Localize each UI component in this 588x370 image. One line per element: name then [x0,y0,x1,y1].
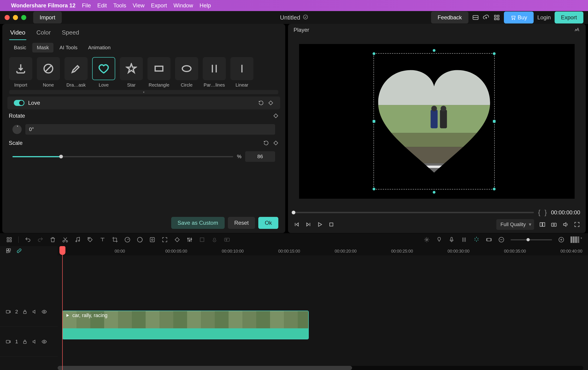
effects-icon[interactable] [199,236,205,243]
playhead[interactable] [62,246,63,370]
preview-canvas[interactable] [288,36,586,207]
handle-bc[interactable] [433,191,435,194]
speed-icon[interactable] [124,236,131,243]
link-icon[interactable] [16,248,22,254]
delete-icon[interactable] [50,236,56,243]
zoom-window[interactable] [21,15,26,20]
subtab-animation[interactable]: Animation [84,43,115,52]
scale-input[interactable] [245,151,275,162]
keyframe-icon[interactable] [268,100,274,106]
handle-br[interactable] [493,188,496,190]
ai-cut-icon[interactable] [473,236,480,242]
lock-icon[interactable] [22,339,28,344]
mask-draw[interactable]: Dra…ask [64,57,88,88]
mask-circle[interactable]: Circle [175,57,198,88]
handle-ml[interactable] [373,120,375,123]
add-track-icon[interactable] [6,248,11,254]
feedback-button[interactable]: Feedback [431,11,468,23]
adjust-icon[interactable] [186,236,193,243]
color-icon[interactable] [137,236,143,243]
menu-view[interactable]: View [133,2,145,9]
grid-icon[interactable] [6,236,12,243]
visibility-icon[interactable] [42,309,47,315]
save-custom-button[interactable]: Save as Custom [171,217,225,229]
tab-speed[interactable]: Speed [61,27,80,40]
video-track-icon[interactable] [6,339,11,344]
stop-icon[interactable] [328,221,335,228]
zoom-in-icon[interactable] [558,236,565,243]
expand-icon[interactable] [161,236,168,243]
prev-frame-icon[interactable] [294,221,300,228]
apps-grid-icon[interactable] [493,14,500,21]
handle-bl[interactable] [373,188,375,190]
menu-tools[interactable]: Tools [113,2,126,9]
compare-icon[interactable] [539,221,546,228]
redo-icon[interactable] [37,236,43,243]
lock-icon[interactable] [22,309,28,315]
music-icon[interactable] [74,236,81,243]
export-button[interactable]: Export [555,11,583,23]
scale-keyframe-icon[interactable] [273,140,279,146]
timeline-zoom-slider[interactable] [511,239,552,240]
text-icon[interactable] [99,236,106,243]
menu-help[interactable]: Help [200,2,211,9]
tag-icon[interactable] [87,236,93,243]
login-link[interactable]: Login [537,14,551,21]
rotate-knob[interactable] [12,125,22,134]
render-icon[interactable] [423,236,430,243]
app-name[interactable]: Wondershare Filmora 12 [11,2,75,9]
tab-video[interactable]: Video [9,27,26,40]
timeline-view-toggle[interactable]: ▾ [570,236,582,243]
handle-tl[interactable] [373,52,375,55]
mask-import[interactable]: Import [9,57,32,88]
tracks-area[interactable]: car, rally, racing [58,255,588,370]
menu-window[interactable]: Window [174,2,193,9]
subtab-mask[interactable]: Mask [32,43,54,52]
subtab-basic[interactable]: Basic [9,43,31,52]
reset-button[interactable]: Reset [228,217,255,229]
subtitle-icon[interactable]: T [224,236,230,243]
mask-rectangle[interactable]: Rectangle [147,57,170,88]
fit-icon[interactable] [486,236,492,243]
mask-parallel[interactable]: Par…lines [203,57,226,88]
subtab-ai-tools[interactable]: AI Tools [55,43,82,52]
menu-export[interactable]: Export [151,2,167,9]
scale-slider[interactable] [12,156,233,157]
menu-file[interactable]: File [82,2,91,9]
scale-reset-icon[interactable] [263,140,269,146]
mixer-icon[interactable] [461,236,467,243]
mute-icon[interactable] [32,339,37,344]
mark-out-icon[interactable]: } [545,209,547,216]
mask-enable-toggle[interactable] [14,100,24,106]
voice-icon[interactable] [211,236,218,243]
scrub-bar[interactable] [294,212,534,213]
play-icon[interactable] [316,221,323,228]
rotate-input[interactable] [25,124,275,135]
mask-star[interactable]: Star [120,57,143,88]
video-track-icon[interactable] [6,309,11,315]
cut-icon[interactable] [62,236,68,243]
cloud-upload-icon[interactable] [483,14,490,21]
mask-love[interactable]: Love [92,57,115,88]
rotate-keyframe-icon[interactable] [273,113,279,119]
keyframe-tl-icon[interactable] [174,236,180,243]
crop-icon[interactable] [112,236,118,243]
handle-tc[interactable] [433,49,435,52]
next-frame-icon[interactable] [305,221,312,228]
collapse-masks[interactable] [9,90,278,94]
timeline-h-scrollbar[interactable] [58,366,583,370]
tab-color[interactable]: Color [35,27,52,40]
undo-icon[interactable] [25,236,31,243]
ok-button[interactable]: Ok [258,217,278,229]
fullscreen-icon[interactable] [574,221,580,228]
player-stats-icon[interactable] [574,27,580,33]
selection-rect[interactable] [374,53,495,189]
video-clip[interactable]: car, rally, racing [62,311,309,339]
zoom-out-icon[interactable] [498,236,504,243]
marker-icon[interactable] [436,236,442,243]
volume-icon[interactable] [562,221,569,228]
reset-icon[interactable] [258,100,264,106]
mute-icon[interactable] [32,309,37,315]
mic-icon[interactable] [448,236,455,243]
layout-icon[interactable] [472,14,479,21]
